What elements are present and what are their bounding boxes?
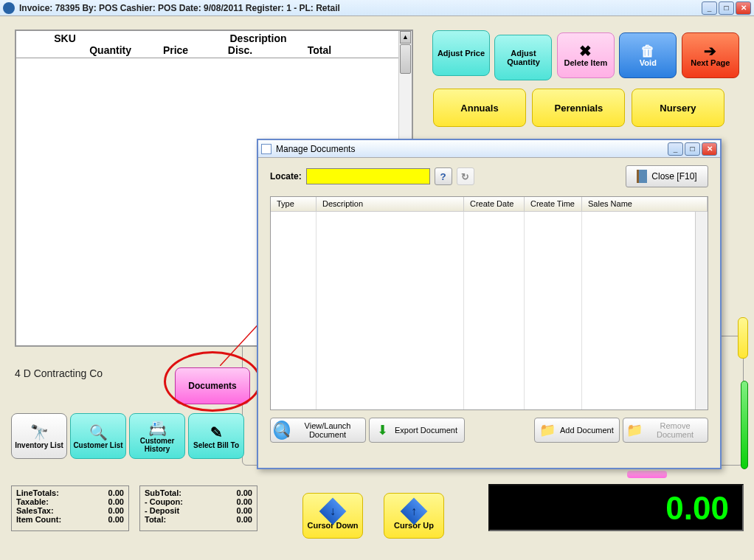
- customer-name: 4 D Contracting Co: [15, 367, 103, 379]
- deposit-label: - Deposit: [145, 506, 179, 515]
- col-sales-name[interactable]: Sales Name: [582, 197, 708, 211]
- locate-row: Locate: ? ↻ Close [F10]: [270, 165, 708, 187]
- inventory-list-button[interactable]: 🔭Inventory List: [11, 413, 67, 459]
- hidden-yellow-button[interactable]: [738, 317, 748, 359]
- export-arrow-icon: ⬇: [373, 421, 392, 440]
- locate-input[interactable]: [306, 168, 430, 184]
- view-launch-button[interactable]: 🔍View/Launch Document: [270, 418, 366, 443]
- deposit-value: 0.00: [237, 506, 252, 515]
- close-button[interactable]: ✕: [736, 1, 751, 15]
- scroll-thumb[interactable]: [400, 44, 411, 74]
- adjust-price-label: Adjust Price: [437, 49, 485, 58]
- next-page-button[interactable]: ➔Next Page: [682, 32, 739, 78]
- dialog-close-button[interactable]: ✕: [702, 142, 717, 156]
- cursor-up-button[interactable]: ↑Cursor Up: [384, 493, 444, 539]
- total-label: Total:: [145, 515, 166, 524]
- main-titlebar: Invoice: 78395 By: POS Cashier: POS Date…: [0, 0, 754, 16]
- line-totals-value: 0.00: [108, 488, 124, 497]
- export-label: Export Document: [395, 426, 457, 435]
- customer-history-label: Customer History: [130, 437, 184, 453]
- subtotal-value: 0.00: [237, 488, 252, 497]
- delete-x-icon: ✖: [579, 44, 592, 58]
- grid-header: Type Description Create Date Create Time…: [271, 197, 708, 212]
- remove-document-label: Remove Document: [646, 421, 705, 439]
- documents-grid[interactable]: Type Description Create Date Create Time…: [270, 196, 708, 410]
- coupon-value: 0.00: [237, 497, 252, 506]
- doc-button-row: 🔍View/Launch Document ⬇Export Document 📁…: [270, 418, 708, 443]
- help-button[interactable]: ?: [435, 167, 452, 185]
- folder-remove-icon: 📁: [626, 421, 643, 440]
- nursery-button[interactable]: Nursery: [632, 89, 724, 127]
- adjust-quantity-button[interactable]: Adjust Quantity: [494, 35, 552, 80]
- adjust-quantity-label: Adjust Quantity: [495, 49, 551, 66]
- cursor-down-button[interactable]: ↓Cursor Down: [302, 493, 363, 539]
- perennials-button[interactable]: Perennials: [532, 89, 625, 127]
- grid-scrollbar[interactable]: [695, 212, 708, 409]
- sales-tax-label: SalesTax:: [16, 506, 54, 515]
- customer-list-button[interactable]: 🔍Customer List: [70, 413, 126, 459]
- binoculars-icon: 🔭: [30, 424, 49, 441]
- select-bill-to-label: Select Bill To: [193, 441, 239, 449]
- scroll-up-icon[interactable]: ▲: [400, 31, 411, 44]
- dialog-title: Manage Documents: [276, 144, 668, 154]
- item-count-value: 0.00: [108, 515, 124, 524]
- magnifier-launch-icon: 🔍: [274, 421, 290, 440]
- customer-history-button[interactable]: 📇Customer History: [129, 413, 185, 459]
- category-buttons: Annuals Perennials Nursery: [432, 87, 726, 128]
- rolodex-icon: 📇: [148, 419, 167, 437]
- col-type[interactable]: Type: [271, 197, 317, 211]
- select-bill-to-button[interactable]: ✎Select Bill To: [188, 413, 244, 459]
- col-total: Total: [271, 44, 367, 56]
- pink-bottom-button-hint[interactable]: [627, 471, 667, 478]
- manage-documents-dialog: Manage Documents _ □ ✕ Locate: ? ↻ Close…: [257, 139, 722, 469]
- sales-tax-value: 0.00: [108, 506, 124, 515]
- grid-body: [271, 212, 695, 409]
- close-f10-label: Close [F10]: [651, 171, 696, 182]
- totals-left-box: LineTotals:0.00 Taxable:0.00 SalesTax:0.…: [11, 485, 129, 531]
- next-arrow-icon: ➔: [704, 44, 716, 58]
- door-icon: [637, 170, 647, 183]
- maximize-button[interactable]: □: [719, 1, 734, 15]
- line-totals-label: LineTotals:: [16, 488, 59, 497]
- col-create-time[interactable]: Create Time: [525, 197, 582, 211]
- dialog-maximize-button[interactable]: □: [685, 142, 700, 156]
- add-document-label: Add Document: [560, 426, 614, 435]
- delete-item-label: Delete Item: [564, 58, 608, 67]
- col-sku: SKU: [21, 32, 109, 44]
- export-button[interactable]: ⬇Export Document: [369, 418, 465, 443]
- close-f10-button[interactable]: Close [F10]: [626, 165, 708, 187]
- adjust-price-button[interactable]: Adjust Price: [432, 30, 490, 76]
- annuals-button[interactable]: Annuals: [433, 89, 526, 127]
- magnifier-icon: 🔍: [89, 424, 108, 441]
- pencil-icon: ✎: [210, 424, 223, 441]
- minimize-button[interactable]: _: [702, 1, 717, 15]
- total-value: 0.00: [237, 515, 252, 524]
- col-discount: Disc.: [209, 44, 271, 56]
- app-icon: [3, 2, 15, 14]
- add-document-button[interactable]: 📁Add Document: [534, 418, 620, 443]
- customer-list-label: Customer List: [73, 441, 122, 449]
- totals-right-box: SubTotal:0.00 - Coupon:0.00 - Deposit0.0…: [139, 485, 257, 531]
- taxable-label: Taxable:: [16, 497, 49, 506]
- void-button[interactable]: 🗑Void: [619, 32, 677, 78]
- documents-button[interactable]: Documents: [175, 367, 250, 404]
- remove-document-button: 📁Remove Document: [623, 418, 708, 443]
- next-page-label: Next Page: [691, 58, 730, 67]
- void-label: Void: [640, 58, 657, 67]
- col-create-date[interactable]: Create Date: [464, 197, 525, 211]
- item-count-label: Item Count:: [16, 515, 61, 524]
- folder-add-icon: 📁: [538, 421, 557, 440]
- green-side-button[interactable]: [741, 381, 748, 469]
- small-button-row: 🔭Inventory List 🔍Customer List 📇Customer…: [11, 413, 244, 459]
- cursor-buttons: ↓Cursor Down ↑Cursor Up: [302, 493, 444, 539]
- taxable-value: 0.00: [108, 497, 124, 506]
- refresh-button[interactable]: ↻: [457, 167, 474, 185]
- col-description: Description: [109, 32, 407, 44]
- dialog-minimize-button[interactable]: _: [668, 142, 683, 156]
- dialog-icon: [261, 144, 271, 154]
- locate-label: Locate:: [270, 171, 302, 182]
- col-quantity: Quantity: [21, 44, 142, 56]
- delete-item-button[interactable]: ✖Delete Item: [557, 32, 615, 78]
- col-desc[interactable]: Description: [317, 197, 464, 211]
- dialog-titlebar: Manage Documents _ □ ✕: [258, 140, 720, 158]
